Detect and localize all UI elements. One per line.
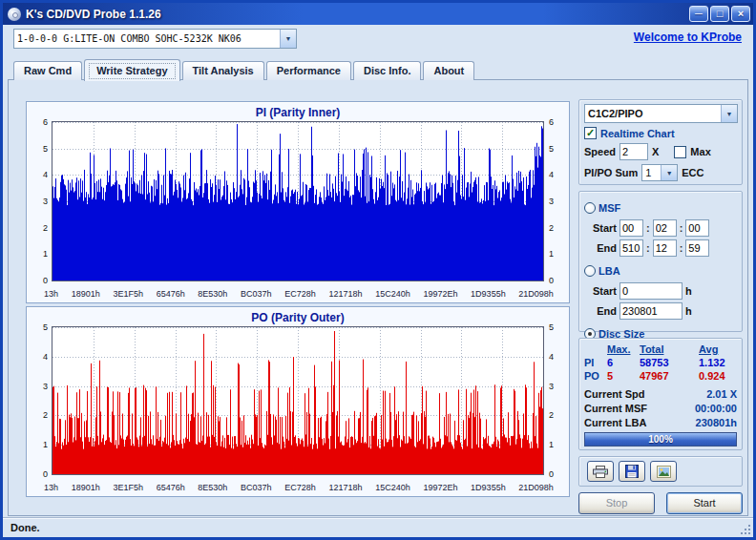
- x-tick-label: EC728h: [284, 483, 316, 492]
- x-tick-label: 3E1F5h: [113, 483, 143, 492]
- lba-start-label: Start: [584, 285, 617, 297]
- snapshot-button[interactable]: [650, 461, 677, 482]
- capture-settings-group: C1C2/PIPO ▼ ✓ Realtime Chart Speed X ✓ M…: [578, 99, 743, 185]
- x-tick-label: 121718h: [328, 289, 362, 299]
- tab-tilt-analysis[interactable]: Tilt Analysis: [182, 61, 264, 80]
- minimize-button[interactable]: ─: [689, 6, 708, 22]
- msf-start-frame-input[interactable]: [685, 219, 709, 237]
- current-values: Current Spd 2.01 X Current MSF 00:00:00 …: [584, 386, 737, 429]
- x-tick-label: 21D098h: [518, 483, 554, 492]
- msf-end-sec-input[interactable]: [653, 239, 677, 257]
- x-tick-label: 13h: [44, 483, 58, 492]
- tool-buttons-group: [578, 456, 743, 487]
- pi-chart-panel: PI (Parity Inner)0011223344556613h18901h…: [26, 101, 570, 303]
- range-settings-group: MSF Start : : End : :: [578, 191, 743, 332]
- y-tick-label: 1: [549, 249, 566, 259]
- x-tick-label: 8E530h: [198, 289, 227, 299]
- print-button[interactable]: [587, 461, 614, 482]
- x-tick-label: 15C240h: [375, 289, 410, 299]
- lba-radio[interactable]: [584, 265, 596, 277]
- progress-bar: 100%: [584, 432, 737, 447]
- msf-separator: :: [680, 242, 683, 254]
- x-tick-label: 18901h: [72, 483, 100, 492]
- y-tick-label: 0: [31, 276, 48, 285]
- chevron-down-icon[interactable]: ▼: [661, 165, 677, 180]
- current-lba-label: Current LBA: [584, 417, 646, 428]
- x-tick-label: 8E530h: [198, 483, 227, 492]
- action-buttons: Stop Start: [578, 492, 743, 515]
- x-tick-label: 3E1F5h: [113, 289, 143, 299]
- y-tick-label: 0: [549, 469, 566, 479]
- realtime-chart-checkbox[interactable]: ✓: [584, 127, 597, 139]
- po-total-value: 47967: [640, 370, 699, 382]
- lba-end-unit: h: [685, 305, 692, 317]
- x-tick-label: 13h: [44, 289, 58, 299]
- speed-max-checkbox[interactable]: ✓: [674, 146, 686, 158]
- app-disc-icon: [8, 8, 21, 21]
- msf-start-sec-input[interactable]: [653, 219, 677, 237]
- mode-selector[interactable]: C1C2/PIPO ▼: [584, 104, 738, 123]
- y-tick-label: 4: [31, 352, 48, 362]
- msf-radio[interactable]: [584, 202, 596, 214]
- x-tick-label: EC728h: [284, 289, 316, 299]
- msf-start-label: Start: [584, 222, 617, 234]
- tab-about[interactable]: About: [423, 61, 474, 80]
- start-button[interactable]: Start: [666, 492, 743, 514]
- speed-input[interactable]: [620, 143, 648, 160]
- resize-grip[interactable]: [748, 532, 750, 534]
- lba-label: LBA: [598, 265, 620, 277]
- pipo-sum-label: PI/PO Sum: [584, 167, 638, 178]
- pi-max-value: 6: [607, 357, 640, 368]
- y-tick-label: 2: [549, 410, 566, 420]
- pipo-sum-selector[interactable]: 1 ▼: [641, 164, 678, 181]
- lba-end-input[interactable]: [620, 302, 682, 320]
- x-tick-label: 65476h: [157, 289, 185, 299]
- y-tick-label: 5: [549, 144, 566, 154]
- welcome-link[interactable]: Welcome to KProbe: [634, 31, 742, 44]
- po-avg-value: 0.924: [699, 370, 737, 382]
- y-tick-label: 3: [549, 197, 566, 206]
- x-tick-label: 21D098h: [518, 289, 554, 299]
- x-tick-label: 19972Eh: [423, 483, 457, 492]
- save-button[interactable]: [619, 461, 645, 482]
- x-axis-labels: 13h18901h3E1F5h65476h8E530hBC037hEC728h1…: [44, 289, 554, 299]
- msf-end-frame-input[interactable]: [685, 239, 709, 257]
- stats-group: Max. Total Avg PI 6 58753 1.132 PO 5 479…: [578, 338, 743, 450]
- x-tick-label: 15C240h: [375, 483, 410, 492]
- print-icon: [593, 466, 608, 478]
- save-icon: [625, 465, 639, 478]
- msf-start-min-input[interactable]: [620, 219, 643, 237]
- stop-button[interactable]: Stop: [578, 492, 655, 514]
- current-spd-value: 2.01 X: [706, 388, 737, 400]
- lba-end-label: End: [584, 305, 617, 317]
- maximize-button[interactable]: □: [710, 6, 729, 22]
- chevron-down-icon[interactable]: ▼: [280, 30, 296, 48]
- pipo-sum-value: 1: [642, 167, 661, 178]
- y-tick-label: 4: [549, 170, 566, 179]
- x-tick-label: BC037h: [241, 289, 272, 299]
- tab-performance[interactable]: Performance: [266, 61, 351, 80]
- progress-label: 100%: [585, 434, 736, 445]
- current-lba-value: 230801h: [696, 417, 737, 428]
- msf-end-min-input[interactable]: [620, 239, 643, 257]
- close-button[interactable]: ×: [731, 6, 750, 22]
- y-tick-label: 1: [31, 440, 48, 449]
- y-tick-label: 5: [549, 322, 566, 332]
- speed-max-label: Max: [690, 146, 710, 157]
- y-tick-label: 3: [31, 197, 48, 206]
- tab-raw-cmd[interactable]: Raw Cmd: [13, 61, 82, 80]
- lba-start-input[interactable]: [620, 282, 682, 300]
- po-row-label: PO: [584, 370, 607, 382]
- tab-write-strategy[interactable]: Write Strategy: [84, 59, 179, 81]
- status-text: Done.: [10, 522, 40, 533]
- status-bar: Done.: [3, 517, 753, 537]
- window-controls: ─ □ ×: [689, 6, 750, 22]
- pi-chart-title: PI (Parity Inner): [27, 106, 569, 119]
- y-tick-label: 1: [549, 440, 566, 449]
- y-tick-label: 2: [549, 223, 566, 233]
- tab-disc-info[interactable]: Disc Info.: [353, 61, 422, 80]
- y-tick-label: 2: [31, 223, 48, 233]
- chevron-down-icon[interactable]: ▼: [721, 105, 737, 122]
- x-tick-label: 121718h: [328, 483, 362, 492]
- drive-selector[interactable]: 1-0-0-0 G:LITE-ON COMBO SOHC-5232K NK06 …: [13, 29, 297, 49]
